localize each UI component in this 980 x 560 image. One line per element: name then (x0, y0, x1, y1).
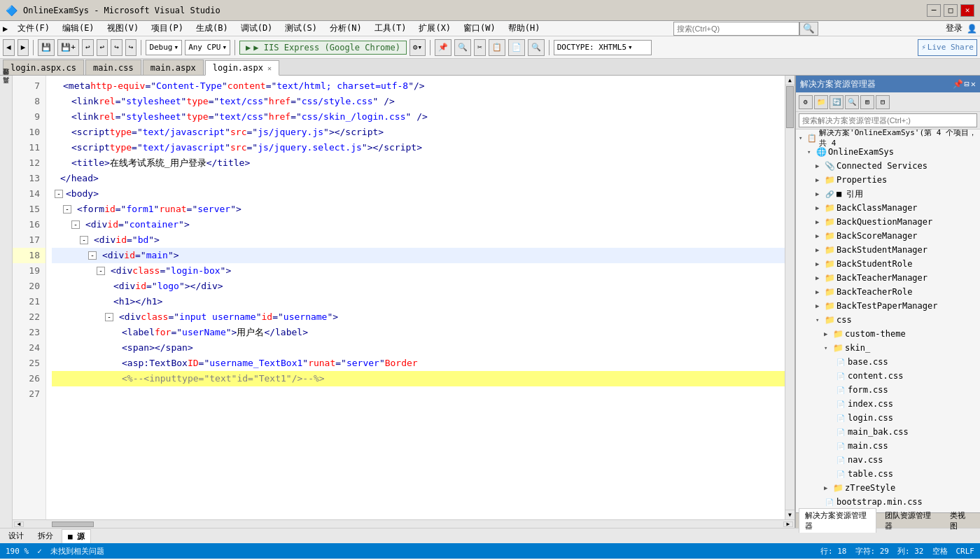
menu-debug[interactable]: 调试(D) (235, 21, 279, 36)
tab-design[interactable]: 设计 (3, 529, 29, 542)
scroll-left-button[interactable]: ◀ (14, 522, 24, 527)
panel-pin-button[interactable]: 📌 (953, 79, 963, 89)
tree-back-test-paper[interactable]: ▶ 📁 BackTestPaperManager (796, 299, 980, 313)
menu-view[interactable]: 视图(V) (102, 21, 145, 36)
scrollbar-horizontal[interactable]: ◀ ▶ (13, 519, 794, 528)
cpu-dropdown[interactable]: Any CPU ▾ (185, 40, 230, 55)
tree-back-score[interactable]: ▶ 📁 BackScoreManager (796, 229, 980, 243)
undo2-button[interactable]: ↩ (97, 39, 108, 56)
redo-button[interactable]: ↪ (111, 39, 122, 56)
tab-split[interactable]: 拆分 (32, 529, 59, 542)
code-content[interactable]: <meta http-equiv="Content-Type" content=… (46, 76, 785, 519)
scroll-h-thumb[interactable] (52, 522, 94, 527)
scroll-track[interactable] (785, 85, 794, 510)
tab-login-cs[interactable]: login.aspx.cs (3, 59, 84, 75)
panel-expand-button[interactable]: ⊟ (965, 79, 969, 89)
view-button[interactable]: 🔍 (454, 39, 471, 56)
collapse-22[interactable]: - (105, 313, 113, 321)
tree-form-css[interactable]: 📄 form.css (796, 383, 980, 397)
menu-build[interactable]: 生成(B) (190, 21, 234, 36)
tree-back-class[interactable]: ▶ 📁 BackClassManager (796, 201, 980, 215)
tab-solution-explorer[interactable]: 解决方案资源管理器 (799, 508, 876, 533)
solution-root[interactable]: ▾ 📋 解决方案'OnlineExamSys'(第 4 个项目，共 4 (796, 131, 980, 145)
tab-class-view[interactable]: 类视图 (944, 509, 977, 533)
tree-references[interactable]: ▶ 🔗 ■ 引用 (796, 187, 980, 201)
tree-content-css[interactable]: 📄 content.css (796, 369, 980, 383)
panel-controls[interactable]: 📌 ⊟ ✕ (953, 79, 976, 89)
run-button[interactable]: ▶ ▶ IIS Express (Google Chrome) (239, 41, 407, 55)
save-button[interactable]: 💾 (38, 39, 55, 56)
rp-btn-5[interactable]: ⊞ (860, 95, 874, 109)
global-search[interactable] (673, 22, 799, 36)
scroll-up-button[interactable]: ▲ (785, 76, 794, 85)
tab-main-aspx[interactable]: main.aspx (143, 59, 204, 75)
tree-back-question[interactable]: ▶ 📁 BackQuestionManager (796, 215, 980, 229)
copy-button[interactable]: 📋 (489, 39, 505, 56)
tree-properties[interactable]: ▶ 📁 Properties (796, 173, 980, 187)
tree-custom-theme[interactable]: ▶ 📁 custom-theme (796, 327, 980, 341)
tree-back-teacher[interactable]: ▶ 📁 BackTeacherManager (796, 271, 980, 285)
menu-tools[interactable]: 工具(T) (369, 21, 412, 36)
paste-button[interactable]: 📄 (508, 39, 525, 56)
menu-window[interactable]: 窗口(W) (458, 21, 501, 36)
panel-close-button[interactable]: ✕ (971, 79, 976, 89)
collapse-18[interactable]: - (88, 251, 97, 260)
tree-table-css[interactable]: 📄 table.css (796, 467, 980, 481)
tab-login-aspx-close[interactable]: ✕ (267, 64, 272, 72)
collapse-14[interactable]: - (55, 190, 63, 198)
save-all-button[interactable]: 💾+ (57, 39, 79, 56)
debug-mode-dropdown[interactable]: Debug ▾ (146, 40, 182, 55)
tree-bootstrap-css[interactable]: 📄 bootstrap.min.css (796, 495, 980, 509)
left-gutter-item-2[interactable]: 工具箱 (0, 84, 12, 92)
search-button[interactable]: 🔍 (799, 22, 818, 36)
scroll-right-button[interactable]: ▶ (783, 522, 793, 527)
minimize-button[interactable]: ─ (927, 4, 941, 17)
menu-extensions[interactable]: 扩展(X) (413, 21, 456, 36)
menu-project[interactable]: 项目(P) (146, 21, 189, 36)
find-button[interactable]: 🔍 (528, 39, 545, 56)
rp-btn-4[interactable]: 🔍 (845, 95, 859, 109)
scroll-down-button[interactable]: ▼ (785, 510, 794, 519)
tree-css-folder[interactable]: ▾ 📁 css (796, 313, 980, 327)
tree-connected-services[interactable]: ▶ 📎 Connected Services (796, 159, 980, 173)
tree-base-css[interactable]: 📄 base.css (796, 355, 980, 369)
doctype-dropdown[interactable]: DOCTYPE: XHTML5 ▾ (554, 40, 652, 55)
tree-ztree-style[interactable]: ▶ 📁 zTreeStyle (796, 481, 980, 495)
tree-main-css[interactable]: 📄 main.css (796, 439, 980, 453)
menu-analyze[interactable]: 分析(N) (324, 21, 368, 36)
run-settings-button[interactable]: ⚙▾ (410, 39, 426, 56)
undo-button[interactable]: ↩ (82, 39, 94, 56)
left-gutter-item-1[interactable]: 题目管理 (0, 76, 12, 84)
tree-back-student[interactable]: ▶ 📁 BackStudentManager (796, 243, 980, 257)
solution-search[interactable] (799, 113, 977, 127)
rp-btn-1[interactable]: ⚙ (799, 95, 813, 109)
tab-login-aspx[interactable]: login.aspx ✕ (205, 60, 279, 76)
tab-source[interactable]: ■ 源 (62, 529, 91, 543)
live-share-button[interactable]: ⚡ Live Share (918, 39, 977, 56)
pin-button[interactable]: 📌 (435, 39, 451, 56)
tree-index-css[interactable]: 📄 index.css (796, 397, 980, 411)
collapse-19[interactable]: - (97, 267, 105, 275)
tab-team-explorer[interactable]: 团队资源管理器 (879, 509, 941, 533)
tab-main-css[interactable]: main.css (85, 59, 141, 75)
menu-file[interactable]: 文件(F) (12, 21, 55, 36)
menu-help[interactable]: 帮助(H) (503, 21, 546, 36)
rp-btn-6[interactable]: ⊟ (876, 95, 890, 109)
scrollbar-vertical[interactable]: ▲ ▼ (785, 76, 794, 519)
window-controls[interactable]: ─ □ ✕ (927, 4, 974, 17)
rp-btn-3[interactable]: 🔄 (830, 95, 844, 109)
tree-login-css[interactable]: 📄 login.css (796, 411, 980, 425)
rp-btn-2[interactable]: 📁 (814, 95, 828, 109)
scroll-thumb[interactable] (786, 86, 794, 128)
tree-skin-folder[interactable]: ▾ 📁 skin_ (796, 341, 980, 355)
tree-back-teacher-role[interactable]: ▶ 📁 BackTeacherRole (796, 285, 980, 299)
tree-back-student-role[interactable]: ▶ 📁 BackStudentRole (796, 257, 980, 271)
menu-edit[interactable]: 编辑(E) (57, 21, 100, 36)
cut-button[interactable]: ✂ (474, 39, 486, 56)
tree-nav-css[interactable]: 📄 nav.css (796, 453, 980, 467)
maximize-button[interactable]: □ (944, 4, 958, 17)
redo2-button[interactable]: ↪ (125, 39, 137, 56)
collapse-17[interactable]: - (80, 236, 88, 244)
menu-test[interactable]: 测试(S) (279, 21, 323, 36)
close-button[interactable]: ✕ (960, 4, 974, 17)
